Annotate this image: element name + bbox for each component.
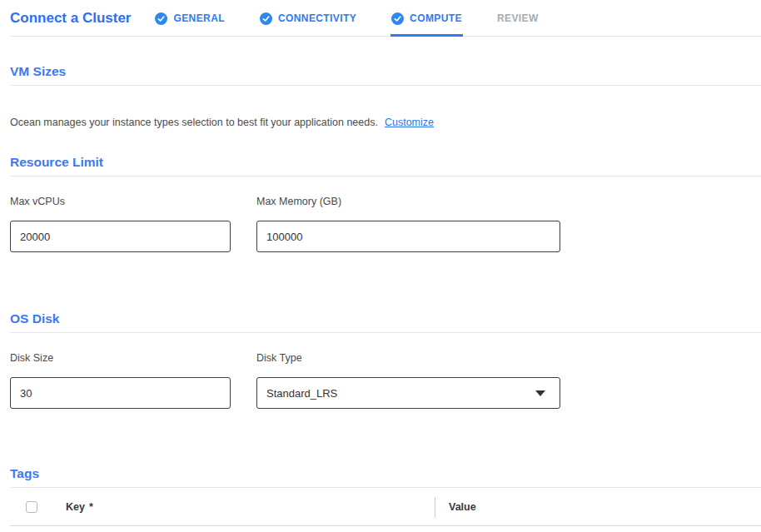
- wizard-header: Connect a Cluster GENERAL CONNECTIVITY C…: [0, 0, 761, 37]
- disk-type-field: Disk Type Standard_LRS: [256, 352, 560, 409]
- customize-link[interactable]: Customize: [385, 117, 434, 128]
- disk-type-selected-value: Standard_LRS: [266, 387, 337, 400]
- tab-general[interactable]: GENERAL: [155, 0, 224, 37]
- select-all-checkbox[interactable]: [26, 501, 37, 513]
- vm-sizes-description-row: Ocean manages your instance types select…: [10, 117, 761, 128]
- max-memory-label: Max Memory (GB): [256, 196, 560, 207]
- wizard-tabs: GENERAL CONNECTIVITY COMPUTE REVIEW: [155, 0, 573, 37]
- tab-label: COMPUTE: [410, 12, 462, 24]
- max-vcpus-input[interactable]: [10, 221, 231, 252]
- vm-sizes-description: Ocean manages your instance types select…: [10, 117, 378, 128]
- resource-limit-row: Max vCPUs Max Memory (GB): [10, 196, 761, 252]
- vm-sizes-heading: VM Sizes: [10, 64, 761, 86]
- disk-type-select[interactable]: Standard_LRS: [256, 377, 560, 409]
- check-circle-icon: [391, 12, 404, 25]
- compute-step-content: VM Sizes Ocean manages your instance typ…: [0, 64, 761, 526]
- disk-size-field: Disk Size: [10, 352, 231, 409]
- tab-label: GENERAL: [173, 12, 224, 24]
- caret-down-icon: [535, 390, 545, 396]
- key-column-label: Key: [66, 501, 85, 513]
- max-memory-field: Max Memory (GB): [256, 196, 560, 252]
- max-vcpus-label: Max vCPUs: [10, 196, 231, 207]
- page-title: Connect a Cluster: [10, 10, 131, 27]
- check-circle-icon: [260, 12, 272, 25]
- resource-limit-heading: Resource Limit: [10, 155, 761, 177]
- os-disk-heading: OS Disk: [10, 311, 761, 333]
- max-vcpus-field: Max vCPUs: [10, 196, 231, 252]
- active-tab-underline: [390, 34, 463, 37]
- tab-compute[interactable]: COMPUTE: [391, 0, 462, 37]
- tags-table-header: Key* Value: [10, 488, 761, 526]
- tab-connectivity[interactable]: CONNECTIVITY: [260, 0, 356, 37]
- tags-heading: Tags: [10, 466, 761, 488]
- tab-label: REVIEW: [497, 12, 539, 24]
- required-asterisk: *: [89, 501, 93, 513]
- tab-review[interactable]: REVIEW: [497, 0, 539, 37]
- os-disk-row: Disk Size Disk Type Standard_LRS: [10, 352, 761, 409]
- max-memory-input[interactable]: [256, 221, 560, 252]
- column-divider: [435, 497, 435, 517]
- disk-size-label: Disk Size: [10, 352, 231, 364]
- disk-size-input[interactable]: [10, 377, 231, 409]
- tags-value-column-header: Value: [449, 501, 476, 513]
- tags-key-column-header: Key*: [66, 501, 435, 513]
- tab-label: CONNECTIVITY: [278, 12, 356, 24]
- check-circle-icon: [155, 12, 167, 25]
- disk-type-label: Disk Type: [256, 352, 560, 364]
